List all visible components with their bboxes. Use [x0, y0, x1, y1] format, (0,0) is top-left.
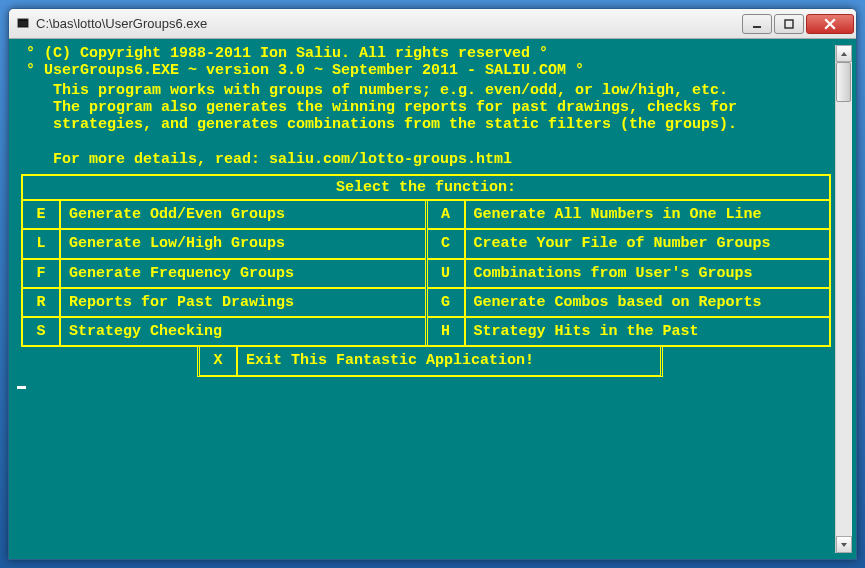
menu-key: L: [23, 230, 61, 257]
menu-key: U: [428, 260, 466, 287]
minimize-button[interactable]: [742, 14, 772, 34]
menu-label: Combinations from User's Groups: [466, 260, 830, 287]
menu-key: A: [428, 201, 466, 228]
menu-label: Generate Frequency Groups: [61, 260, 425, 287]
menu-item-strategy-hits[interactable]: H Strategy Hits in the Past: [428, 318, 830, 345]
copyright-text: ° (C) Copyright 1988-2011 Ion Saliu. All…: [17, 45, 835, 80]
menu-frame: Select the function: E Generate Odd/Even…: [21, 174, 831, 348]
menu-key: R: [23, 289, 61, 316]
menu-item-gen-combos[interactable]: G Generate Combos based on Reports: [428, 289, 830, 318]
menu-item-low-high[interactable]: L Generate Low/High Groups: [23, 230, 425, 259]
menu-item-all-numbers[interactable]: A Generate All Numbers in One Line: [428, 201, 830, 230]
menu-label: Strategy Hits in the Past: [466, 318, 830, 345]
console-area: ° (C) Copyright 1988-2011 Ion Saliu. All…: [9, 39, 856, 559]
scroll-down-button[interactable]: [836, 536, 852, 553]
titlebar[interactable]: C:\bas\lotto\UserGroups6.exe: [9, 9, 856, 39]
scroll-up-button[interactable]: [836, 45, 852, 62]
menu-item-user-combos[interactable]: U Combinations from User's Groups: [428, 260, 830, 289]
maximize-button[interactable]: [774, 14, 804, 34]
text-cursor: [17, 386, 26, 389]
app-icon: [15, 16, 31, 32]
menu-item-odd-even[interactable]: E Generate Odd/Even Groups: [23, 201, 425, 230]
menu-key: E: [23, 201, 61, 228]
menu-label: Create Your File of Number Groups: [466, 230, 830, 257]
menu-label: Generate Combos based on Reports: [466, 289, 830, 316]
close-button[interactable]: [806, 14, 854, 34]
menu-key: H: [428, 318, 466, 345]
menu-item-create-file[interactable]: C Create Your File of Number Groups: [428, 230, 830, 259]
application-window: C:\bas\lotto\UserGroups6.exe ° (C) Copyr…: [8, 8, 857, 560]
window-title: C:\bas\lotto\UserGroups6.exe: [36, 16, 740, 31]
svg-rect-1: [19, 20, 28, 26]
svg-rect-3: [785, 20, 793, 28]
menu-item-frequency[interactable]: F Generate Frequency Groups: [23, 260, 425, 289]
menu-label: Generate Low/High Groups: [61, 230, 425, 257]
menu-header: Select the function:: [23, 176, 829, 201]
menu-label: Exit This Fantastic Application!: [238, 347, 660, 374]
description-text: This program works with groups of number…: [17, 82, 835, 168]
console-content: ° (C) Copyright 1988-2011 Ion Saliu. All…: [17, 45, 835, 553]
menu-column-left: E Generate Odd/Even Groups L Generate Lo…: [23, 201, 428, 345]
menu-key: F: [23, 260, 61, 287]
menu-key: C: [428, 230, 466, 257]
vertical-scrollbar[interactable]: [835, 45, 852, 553]
menu-item-reports[interactable]: R Reports for Past Drawings: [23, 289, 425, 318]
svg-marker-7: [841, 543, 847, 547]
scroll-track[interactable]: [836, 62, 852, 536]
menu-key: S: [23, 318, 61, 345]
menu-key: X: [200, 347, 238, 374]
menu-column-right: A Generate All Numbers in One Line C Cre…: [428, 201, 830, 345]
menu-key: G: [428, 289, 466, 316]
window-controls: [740, 14, 854, 34]
menu-columns: E Generate Odd/Even Groups L Generate Lo…: [23, 201, 829, 345]
menu-label: Generate Odd/Even Groups: [61, 201, 425, 228]
scroll-thumb[interactable]: [836, 62, 851, 102]
menu-label: Strategy Checking: [61, 318, 425, 345]
menu-label: Generate All Numbers in One Line: [466, 201, 830, 228]
menu-item-strategy-check[interactable]: S Strategy Checking: [23, 318, 425, 345]
menu-label: Reports for Past Drawings: [61, 289, 425, 316]
menu-item-exit[interactable]: X Exit This Fantastic Application!: [197, 347, 663, 376]
svg-marker-6: [841, 52, 847, 56]
